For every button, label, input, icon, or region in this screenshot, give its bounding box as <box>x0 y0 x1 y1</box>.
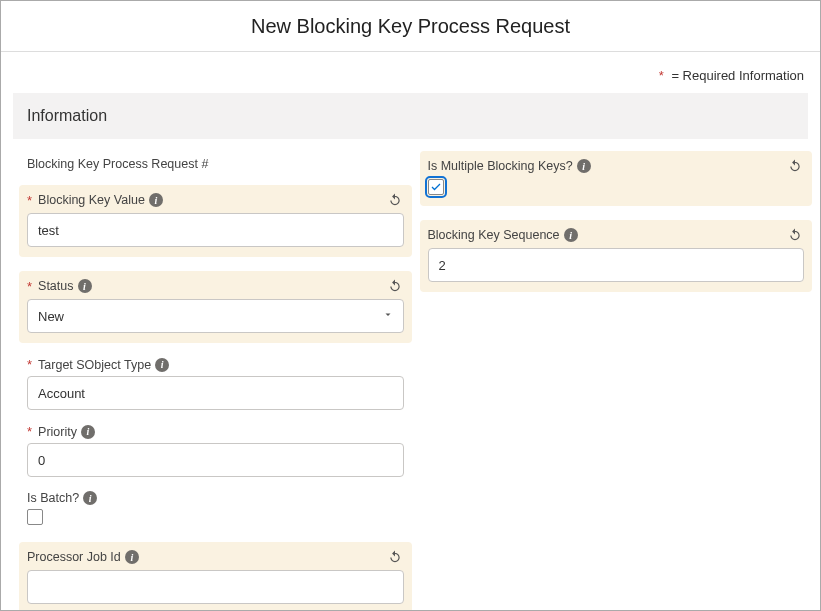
field-is-batch: Is Batch? i <box>27 491 404 528</box>
required-asterisk: * <box>659 68 664 83</box>
field-processor-job-id: Processor Job Id i <box>19 542 412 611</box>
required-marker: * <box>27 193 32 208</box>
is-batch-label: Is Batch? <box>27 491 79 505</box>
info-icon[interactable]: i <box>78 279 92 293</box>
info-icon[interactable]: i <box>155 358 169 372</box>
target-sobject-type-label: Target SObject Type <box>38 358 151 372</box>
is-multiple-label: Is Multiple Blocking Keys? <box>428 159 573 173</box>
field-priority: * Priority i <box>27 424 404 477</box>
field-is-multiple: Is Multiple Blocking Keys? i <box>420 151 813 206</box>
required-info-note: * = Required Information <box>13 64 808 93</box>
blocking-key-sequence-input[interactable] <box>428 248 805 282</box>
priority-label: Priority <box>38 425 77 439</box>
page-title: New Blocking Key Process Request <box>1 1 820 52</box>
field-status: * Status i New <box>19 271 412 343</box>
required-marker: * <box>27 424 32 439</box>
processor-job-id-input[interactable] <box>27 570 404 604</box>
priority-input[interactable] <box>27 443 404 477</box>
required-marker: * <box>27 357 32 372</box>
request-number-label: Blocking Key Process Request # <box>27 157 208 171</box>
required-text: = Required Information <box>671 68 804 83</box>
info-icon[interactable]: i <box>149 193 163 207</box>
info-icon[interactable]: i <box>125 550 139 564</box>
undo-icon[interactable] <box>386 191 404 209</box>
status-selected-value: New <box>38 309 64 324</box>
field-target-sobject-type: * Target SObject Type i <box>27 357 404 410</box>
field-blocking-key-value: * Blocking Key Value i <box>19 185 412 257</box>
undo-icon[interactable] <box>386 548 404 566</box>
info-icon[interactable]: i <box>564 228 578 242</box>
required-marker: * <box>27 279 32 294</box>
info-icon[interactable]: i <box>577 159 591 173</box>
field-request-number: Blocking Key Process Request # <box>27 157 404 171</box>
field-blocking-key-sequence: Blocking Key Sequence i <box>420 220 813 292</box>
target-sobject-type-input[interactable] <box>27 376 404 410</box>
blocking-key-value-input[interactable] <box>27 213 404 247</box>
is-batch-checkbox[interactable] <box>27 509 43 525</box>
undo-icon[interactable] <box>786 157 804 175</box>
status-label: Status <box>38 279 73 293</box>
blocking-key-value-label: Blocking Key Value <box>38 193 145 207</box>
info-icon[interactable]: i <box>81 425 95 439</box>
undo-icon[interactable] <box>786 226 804 244</box>
processor-job-id-label: Processor Job Id <box>27 550 121 564</box>
is-multiple-checkbox[interactable] <box>428 179 444 195</box>
section-header-information: Information <box>13 93 808 139</box>
undo-icon[interactable] <box>386 277 404 295</box>
blocking-key-sequence-label: Blocking Key Sequence <box>428 228 560 242</box>
status-select[interactable]: New <box>27 299 404 333</box>
info-icon[interactable]: i <box>83 491 97 505</box>
